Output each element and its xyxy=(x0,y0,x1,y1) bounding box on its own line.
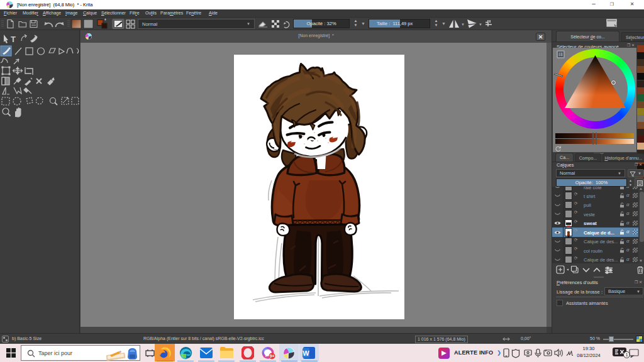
svg-text:▼: ▼ xyxy=(461,23,465,26)
svg-text:T: T xyxy=(11,35,16,44)
svg-text:▼: ▼ xyxy=(479,23,482,26)
svg-text:1: 1 xyxy=(625,352,628,358)
svg-text:9+: 9+ xyxy=(270,354,275,358)
svg-text:W: W xyxy=(303,349,309,357)
